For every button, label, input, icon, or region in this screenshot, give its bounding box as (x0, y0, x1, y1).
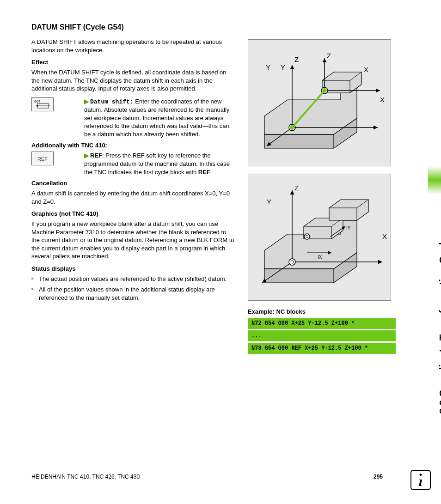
intro-paragraph: A DATUM SHIFT allows machining operation… (31, 38, 235, 54)
svg-text:G54: G54 (34, 100, 40, 103)
main-text-column: DATUM SHIFT (Cycle G54) A DATUM SHIFT al… (31, 23, 235, 305)
side-gradient-accent (428, 166, 441, 194)
svg-text:X: X (380, 96, 385, 103)
svg-text:Z: Z (327, 52, 331, 60)
list-item: The actual position values are reference… (31, 275, 235, 283)
ref-trail: REF (198, 169, 210, 176)
page-title: DATUM SHIFT (Cycle G54) (31, 23, 235, 31)
footer-product-line: HEIDENHAIN TNC 410, TNC 426, TNC 430 (31, 474, 140, 480)
section-side-tab: 8.9 Coordinate Transformation Cycles (423, 18, 441, 231)
svg-text:IX: IX (318, 255, 322, 260)
nc-block-line: N72 G54 G90 X+25 Y-12.5 Z+100 * (248, 318, 396, 329)
ref-softkey-icon: REF (31, 152, 54, 165)
svg-text:IY: IY (346, 225, 351, 231)
nc-block-line: ... (248, 330, 396, 341)
list-arrow-icon: ▶ (84, 152, 89, 159)
graphics-heading: Graphics (not TNC 410) (31, 210, 235, 217)
svg-text:Y: Y (267, 198, 271, 206)
status-heading: Status displays (31, 265, 235, 272)
cancellation-body: A datum shift is canceled by entering th… (31, 189, 235, 206)
ref-row: REF ▶REF: Press the REF soft key to refe… (31, 152, 235, 176)
svg-text:X: X (382, 232, 387, 240)
svg-point-27 (304, 234, 310, 239)
graphics-body: If you program a new workpiece blank aft… (31, 220, 235, 261)
g54-cycle-icon: G54 (31, 97, 54, 111)
list-item: All of the position values shown in the … (31, 285, 235, 302)
svg-point-3 (37, 105, 38, 107)
ref-label: REF (90, 152, 102, 159)
svg-text:X: X (364, 66, 368, 73)
svg-text:Y: Y (266, 63, 270, 71)
datum-shift-label: Datum shift: (90, 98, 134, 105)
diagram-column: Z Z Y Y X X (248, 39, 396, 355)
tnc410-heading: Additionally with TNC 410: (31, 142, 235, 149)
svg-point-15 (322, 88, 327, 93)
svg-text:Z: Z (294, 55, 299, 63)
cancellation-heading: Cancellation (31, 180, 235, 187)
nc-block-line: N78 G54 G90 REF X+25 Y-12.5 Z+100 * (248, 343, 396, 354)
datum-shift-diagram-2: Z Y X IY IX (248, 174, 391, 301)
svg-text:Y: Y (281, 63, 285, 71)
page-footer: HEIDENHAIN TNC 410, TNC 426, TNC 430 295 (31, 474, 397, 480)
info-icon: ı (410, 470, 431, 490)
svg-point-14 (290, 125, 294, 130)
example-heading: Example: NC blocks (248, 308, 396, 315)
effect-body: When the DATUM SHIFT cycle is defined, a… (31, 68, 235, 93)
list-arrow-icon: ▶ (84, 98, 89, 105)
datum-shift-diagram-1: Z Z Y Y X X (248, 39, 391, 166)
svg-text:Z: Z (294, 184, 299, 192)
datum-shift-row: G54 ▶Datum shift: Enter the coordinates … (31, 97, 235, 139)
svg-point-25 (289, 259, 295, 265)
status-list: The actual position values are reference… (31, 275, 235, 302)
page-number: 295 (374, 474, 383, 480)
section-number-title: 8.9 Coordinate Transformation Cycles (437, 231, 441, 414)
effect-heading: Effect (31, 59, 235, 66)
